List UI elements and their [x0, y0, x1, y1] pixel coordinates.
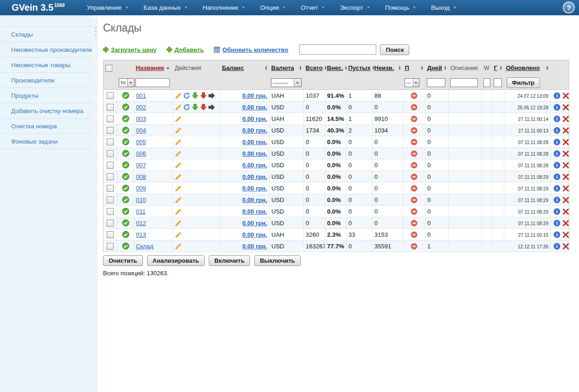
col-header-balance[interactable]: Баланс▲▼	[220, 60, 270, 76]
info-icon[interactable]: i	[553, 208, 560, 215]
delete-icon[interactable]	[562, 173, 569, 180]
delete-icon[interactable]	[562, 139, 569, 145]
menu-item-0[interactable]: Управление▼	[87, 4, 129, 11]
info-icon[interactable]: i	[553, 92, 560, 99]
col-header-unknown[interactable]: Неизв.▲▼	[373, 60, 403, 76]
delete-icon[interactable]	[562, 162, 569, 169]
update-quantity-link[interactable]: Обновить количество	[214, 46, 288, 53]
sidebar-item-0[interactable]: Склады	[0, 26, 93, 42]
edit-icon[interactable]	[175, 92, 182, 99]
balance-link[interactable]: 0.00 грн.	[242, 162, 267, 169]
w-filter-input[interactable]	[483, 78, 490, 87]
footer-button-2[interactable]: Включить	[209, 255, 250, 266]
warehouse-name-link[interactable]: 007	[136, 162, 146, 169]
footer-button-3[interactable]: Выключить	[254, 255, 301, 266]
menu-item-5[interactable]: Экспорт▼	[340, 4, 370, 11]
sidebar-item-1[interactable]: Неизвестные производители	[0, 42, 93, 57]
menu-item-6[interactable]: Помощь▼	[385, 4, 416, 11]
warehouse-name-link[interactable]: 001	[136, 92, 146, 99]
search-button[interactable]: Поиск	[380, 44, 409, 55]
download-arrow-icon[interactable]	[192, 92, 199, 99]
p-filter-select[interactable]: ---▼	[405, 78, 419, 87]
row-checkbox[interactable]	[107, 243, 114, 250]
remove-arrow-icon[interactable]	[200, 92, 207, 99]
sidebar-item-5[interactable]: Добавить очистку номера	[0, 103, 93, 119]
row-checkbox[interactable]	[107, 196, 114, 203]
remove-arrow-icon[interactable]	[200, 104, 207, 111]
col-header-g[interactable]: Г▲▼	[492, 60, 504, 76]
delete-icon[interactable]	[562, 104, 569, 111]
balance-link[interactable]: 0.00 грн.	[242, 104, 267, 111]
balance-link[interactable]: 0.00 грн.	[242, 92, 267, 99]
download-arrow-icon[interactable]	[192, 104, 199, 111]
warehouse-name-link[interactable]: 009	[136, 185, 146, 192]
row-checkbox[interactable]	[107, 127, 114, 134]
menu-item-4[interactable]: Отчет▼	[301, 4, 325, 11]
footer-button-1[interactable]: Анализировать	[147, 255, 205, 266]
menu-item-3[interactable]: Опции▼	[260, 4, 286, 11]
edit-icon[interactable]	[175, 104, 182, 111]
info-icon[interactable]: i	[553, 185, 560, 192]
delete-icon[interactable]	[562, 220, 569, 227]
sidebar-item-2[interactable]: Неизвестные товары	[0, 57, 93, 73]
row-checkbox[interactable]	[107, 92, 114, 99]
warehouse-name-link[interactable]: 010	[136, 196, 146, 203]
row-checkbox[interactable]	[107, 208, 114, 215]
row-checkbox[interactable]	[107, 220, 114, 227]
balance-link[interactable]: 0.00 грн.	[242, 115, 267, 122]
row-checkbox[interactable]	[107, 115, 114, 122]
delete-icon[interactable]	[562, 196, 569, 203]
delete-icon[interactable]	[562, 231, 569, 238]
sidebar-item-7[interactable]: Фоновые задачи	[0, 134, 93, 149]
col-header-p[interactable]: П▲▼	[403, 60, 425, 76]
info-icon[interactable]: i	[553, 104, 560, 111]
g-filter-input[interactable]	[494, 78, 502, 87]
warehouse-name-link[interactable]: 011	[136, 208, 146, 215]
delete-icon[interactable]	[562, 127, 569, 134]
col-header-total[interactable]: Всего▲▼	[304, 60, 325, 76]
warehouse-name-link[interactable]: 002	[136, 104, 146, 111]
edit-icon[interactable]	[175, 162, 182, 169]
edit-icon[interactable]	[175, 220, 182, 227]
col-header-days[interactable]: Дней▲▼	[425, 60, 449, 76]
row-checkbox[interactable]	[107, 104, 114, 111]
edit-icon[interactable]	[175, 115, 182, 122]
balance-link[interactable]: 0.00 грн.	[242, 173, 267, 180]
row-checkbox[interactable]	[107, 173, 114, 180]
delete-icon[interactable]	[562, 115, 569, 122]
warehouse-name-link[interactable]: Склад	[136, 243, 154, 250]
delete-icon[interactable]	[562, 185, 569, 192]
delete-icon[interactable]	[562, 150, 569, 157]
col-header-empty[interactable]: Пустых▲▼	[347, 60, 373, 76]
info-icon[interactable]: i	[553, 196, 560, 203]
warehouse-name-link[interactable]: 005	[136, 139, 146, 145]
info-icon[interactable]: i	[553, 127, 560, 134]
sidebar-item-3[interactable]: Производители	[0, 73, 93, 88]
add-link[interactable]: Добавить	[167, 46, 204, 53]
balance-link[interactable]: 0.00 грн.	[242, 231, 267, 238]
transfer-arrow-icon[interactable]	[208, 104, 215, 111]
sidebar-item-4[interactable]: Продукты	[0, 88, 93, 103]
info-icon[interactable]: i	[553, 220, 560, 227]
edit-icon[interactable]	[175, 127, 182, 134]
edit-icon[interactable]	[175, 208, 182, 215]
row-checkbox[interactable]	[107, 185, 114, 192]
delete-icon[interactable]	[562, 92, 569, 99]
row-checkbox[interactable]	[107, 139, 114, 145]
edit-icon[interactable]	[175, 231, 182, 238]
info-icon[interactable]: i	[553, 243, 560, 250]
balance-link[interactable]: 0.00 грн.	[242, 220, 267, 227]
warehouse-name-link[interactable]: 012	[136, 220, 146, 227]
transfer-arrow-icon[interactable]	[208, 92, 215, 99]
edit-icon[interactable]	[175, 150, 182, 157]
refresh-icon[interactable]	[183, 92, 190, 99]
col-header-entered[interactable]: Внес.▲▼	[325, 60, 347, 76]
info-icon[interactable]: i	[553, 139, 560, 145]
sidebar-item-6[interactable]: Очистка номера	[0, 119, 93, 134]
warehouse-name-link[interactable]: 006	[136, 150, 146, 157]
status-filter-select[interactable]: то▼	[119, 78, 135, 87]
help-icon[interactable]: ?	[563, 1, 575, 13]
edit-icon[interactable]	[175, 185, 182, 192]
load-price-link[interactable]: Загрузить цену	[103, 46, 156, 53]
info-icon[interactable]: i	[553, 162, 560, 169]
